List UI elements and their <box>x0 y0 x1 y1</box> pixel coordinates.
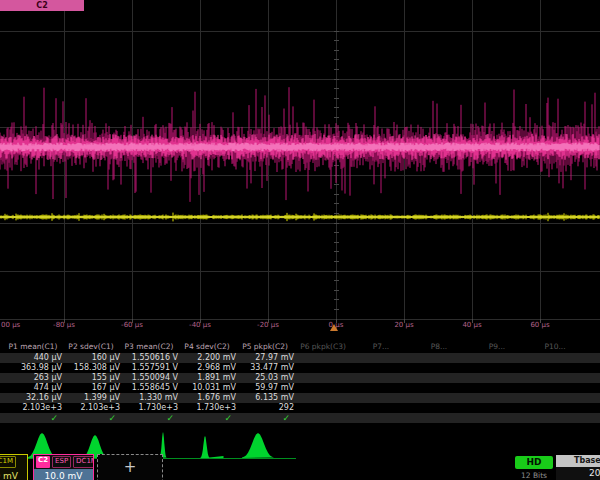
timebase-label: Tbase <box>556 455 600 467</box>
measurement-cell: 1.891 mV <box>178 373 236 383</box>
measurement-cell: 2.103e+3 <box>62 403 120 413</box>
measurement-cell: 160 µV <box>62 353 120 363</box>
param-header-p1[interactable]: P1 mean(C1) <box>4 342 62 352</box>
histicon-p5 <box>242 433 274 458</box>
axis-tick-label: -40 µs <box>189 321 211 329</box>
param-header-p5[interactable]: P5 pkpk(C2) <box>236 342 294 352</box>
measurement-cell: 155 µV <box>62 373 120 383</box>
plus-icon: + <box>124 458 137 476</box>
measurement-cell: 25.03 mV <box>236 373 294 383</box>
timebase-box[interactable]: Tbase 20.0 µs/div <box>556 455 600 480</box>
measurement-cell: 158.308 µV <box>62 363 120 373</box>
measurement-cell: 263 µV <box>4 373 62 383</box>
measurement-cell: 59.97 mV <box>236 383 294 393</box>
c2-channel-badge: C2 <box>36 456 50 468</box>
status-row: ✓✓✓✓✓ <box>0 413 600 423</box>
measurement-cell: 1.330 mV <box>120 393 178 403</box>
measurement-cell: 32.16 µV <box>4 393 62 403</box>
axis-tick-label: 40 µs <box>462 321 481 329</box>
measurement-row: 263 µV155 µV1.550094 V1.891 mV25.03 mV <box>0 373 600 383</box>
measurement-cell: 440 µV <box>4 353 62 363</box>
param-header-p7[interactable]: P7... <box>352 342 410 352</box>
measurement-row: 440 µV160 µV1.550616 V2.200 mV27.97 mV <box>0 353 600 363</box>
axis-tick-label: -20 µs <box>257 321 279 329</box>
c2-coupling-badge: DC1M <box>73 456 94 468</box>
measurement-cell: 33.477 mV <box>236 363 294 373</box>
axis-tick-label: -60 µs <box>121 321 143 329</box>
hd-mode-badge[interactable]: HD <box>515 456 553 469</box>
c2-esp-badge: ESP <box>52 456 71 468</box>
axis-tick-label: -80 µs <box>53 321 75 329</box>
measurement-row: 363.98 µV158.308 µV1.557591 V2.968 mV33.… <box>0 363 600 373</box>
measurement-cell: 1.558645 V <box>120 383 178 393</box>
measurement-row: 474 µV167 µV1.558645 V10.031 mV59.97 mV <box>0 383 600 393</box>
measurement-cell: 1.399 µV <box>62 393 120 403</box>
c1-coupling-badge: DC1M <box>0 456 16 468</box>
measurement-cell: 363.98 µV <box>4 363 62 373</box>
measurement-cell: 2.968 mV <box>178 363 236 373</box>
measurement-cell: 474 µV <box>4 383 62 393</box>
channel-c2-descriptor[interactable]: C2 ESP DC1M 10.0 mV <box>33 454 94 480</box>
add-trace-button[interactable]: + <box>97 454 163 480</box>
waveform-area[interactable] <box>0 0 600 340</box>
param-header-p4[interactable]: P4 sdev(C2) <box>178 342 236 352</box>
axis-tick-label: 60 µs <box>530 321 549 329</box>
param-header-p11[interactable]: P11... <box>584 342 600 352</box>
param-header-p6[interactable]: P6 pkpk(C3) <box>294 342 352 352</box>
timebase-value: 20.0 µs/div <box>556 467 600 480</box>
param-header-p10[interactable]: P10... <box>526 342 584 352</box>
measurement-row: 32.16 µV1.399 µV1.330 mV1.676 mV6.135 mV <box>0 393 600 403</box>
measurement-cell: 1.730e+3 <box>120 403 178 413</box>
trigger-position-marker[interactable] <box>330 324 338 331</box>
measurement-cell: 1.550094 V <box>120 373 178 383</box>
status-check-icon: ✓ <box>120 413 178 423</box>
c1-volts-per-div: 0 mV <box>0 469 27 480</box>
measurement-cell: 2.200 mV <box>178 353 236 363</box>
status-check-icon: ✓ <box>236 413 294 423</box>
measurement-cell: 6.135 mV <box>236 393 294 403</box>
measurement-row: 2.103e+32.103e+31.730e+31.730e+3292 <box>0 403 600 413</box>
histicon-p4 <box>201 436 224 458</box>
adc-bits-label: 12 Bits <box>513 471 555 480</box>
param-header-p3[interactable]: P3 mean(C2) <box>120 342 178 352</box>
param-header-p9[interactable]: P9... <box>468 342 526 352</box>
axis-tick-label: 20 µs <box>394 321 413 329</box>
measurement-cell: 2.103e+3 <box>4 403 62 413</box>
axis-tick-label: 00 µs <box>1 321 20 329</box>
measurement-cell: 167 µV <box>62 383 120 393</box>
status-check-icon: ✓ <box>62 413 120 423</box>
param-header-p8[interactable]: P8... <box>410 342 468 352</box>
measurement-cell: 1.676 mV <box>178 393 236 403</box>
measurement-cell: 292 <box>236 403 294 413</box>
param-header-p2[interactable]: P2 sdev(C1) <box>62 342 120 352</box>
status-check-icon: ✓ <box>4 413 62 423</box>
c2-volts-per-div: 10.0 mV <box>34 469 93 480</box>
channel-c1-descriptor[interactable]: DC1M 0 mV <box>0 454 28 480</box>
measurement-cell: 1.730e+3 <box>178 403 236 413</box>
measurement-cell: 1.550616 V <box>120 353 178 363</box>
measurement-cell: 10.031 mV <box>178 383 236 393</box>
status-check-icon: ✓ <box>178 413 236 423</box>
oscilloscope-screen: C2 00 µs-80 µs-60 µs-40 µs-20 µs0 µs20 µ… <box>0 0 600 480</box>
measurement-cell: 1.557591 V <box>120 363 178 373</box>
measurement-cell: 27.97 mV <box>236 353 294 363</box>
trace-tab[interactable]: C2 <box>0 0 84 11</box>
